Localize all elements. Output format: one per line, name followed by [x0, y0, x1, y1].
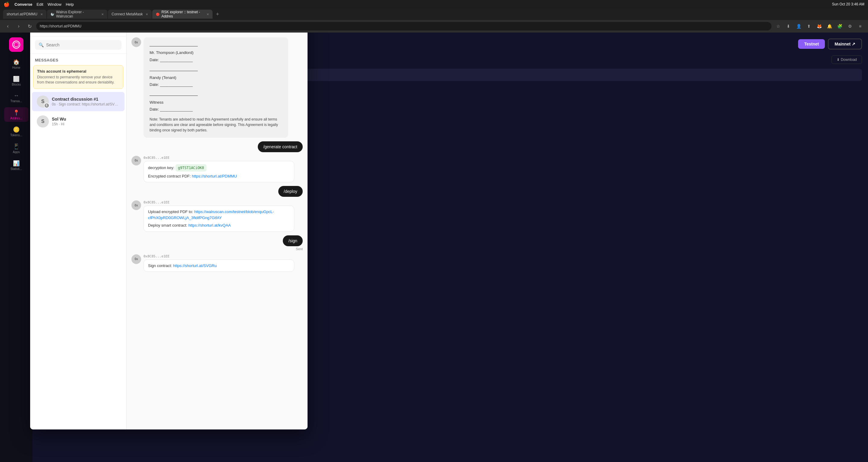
ephemeral-title: This account is ephemeral	[37, 69, 119, 73]
sidebar-blocks-label: Blocks	[12, 83, 21, 86]
back-button[interactable]: ‹	[4, 22, 12, 30]
landlord-name: Mr. Thompson (Landlord)	[150, 49, 282, 56]
sidebar-addresses-label: Addres...	[10, 117, 22, 120]
sign-contract-line: Sign contract: https://shorturl.at/SVGRu	[148, 263, 290, 269]
witness-name: Witness	[150, 99, 282, 106]
tab-walrus[interactable]: 🦭 Walrus Explorer - Walruscan ✕	[47, 10, 107, 19]
extension-icon-2[interactable]: 🧩	[835, 22, 844, 30]
converse-body: J James	[30, 16, 308, 429]
outgoing-sign: /sign Sent	[283, 235, 303, 251]
profile-icon[interactable]: 👤	[795, 22, 803, 30]
reload-button[interactable]: ↻	[25, 22, 34, 30]
contract-document-bubble: Mr. Thompson (Landlord) Date: __________…	[144, 37, 288, 138]
generate-contract-bubble: /generate contract	[258, 141, 303, 152]
menu-edit[interactable]: Edit	[36, 2, 43, 7]
ephemeral-description: Disconnect to permanently remove your de…	[37, 75, 119, 85]
forward-button[interactable]: ›	[14, 22, 23, 30]
apple-menu[interactable]: 🍎	[4, 1, 10, 7]
tab-shorturl[interactable]: shorturl.at/PDMMU ✕	[3, 10, 46, 19]
statistics-icon: 📊	[13, 160, 20, 167]
tenant-name: Randy (Tenant)	[150, 74, 282, 81]
sidebar-item-apps[interactable]: 📱 Apps	[4, 141, 28, 156]
share-icon[interactable]: ⬆	[805, 22, 813, 30]
conv-preview-sol: 15h · Hi	[52, 122, 120, 126]
msg-row-decrypt: 0x 0x8C85...e1EE decryption key: g9TST1A…	[131, 156, 303, 183]
ephemeral-banner: This account is ephemeral Disconnect to …	[33, 65, 123, 89]
sidebar-item-blocks[interactable]: ⬜ Blocks	[4, 73, 28, 88]
tab-close-2[interactable]: ✕	[101, 13, 104, 16]
mainnet-button[interactable]: Mainnet ↗	[828, 39, 862, 50]
walrus-link[interactable]: https://walruscan.com/testnet/blob/enquG…	[148, 209, 274, 220]
conv-name-contract: Contract discussion #1	[52, 97, 120, 102]
deploy-sender-id: 0x8C85...e1EE	[144, 200, 303, 204]
group-overlay-icon: E	[44, 103, 50, 108]
transactions-icon: ↔	[13, 93, 19, 99]
testnet-button[interactable]: Testnet	[798, 39, 825, 49]
home-icon: 🏠	[13, 59, 20, 65]
extension-bell-icon[interactable]: 🔔	[825, 22, 834, 30]
sidebar-item-transactions[interactable]: ↔ Transa...	[4, 90, 28, 105]
kvqaa-link[interactable]: https://shorturl.at/kvQAA	[188, 223, 231, 228]
menubar-right: Sun Oct 20 3:46 AM	[832, 2, 864, 6]
svgru-link[interactable]: https://shorturl.at/SVGRu	[173, 263, 217, 268]
new-tab-button[interactable]: +	[213, 10, 222, 19]
conv-info-sol: Sol Wu 15h · Hi	[52, 117, 120, 126]
address-bar[interactable]: https://shorturl.at/PDMMU	[36, 22, 772, 30]
sidebar-item-home[interactable]: 🏠 Home	[4, 57, 28, 71]
search-input-container: 🔍	[35, 40, 122, 50]
rsk-logo	[9, 37, 24, 52]
witness-date: Date: _______________	[150, 106, 282, 113]
sidebar-item-statistics[interactable]: 📊 Statisti...	[4, 158, 28, 172]
download-button[interactable]: ⬇ Download	[832, 56, 862, 64]
deploy-content: 0x8C85...e1EE Upload encrypted PDF to: h…	[144, 200, 303, 232]
settings-icon[interactable]: ⚙	[846, 22, 854, 30]
decrypt-avatar: 0x	[131, 156, 141, 165]
pdf-link[interactable]: https://shorturl.at/PDMMU	[192, 174, 237, 178]
tab-close-3[interactable]: ✕	[146, 13, 148, 16]
tab-metamask-label: Connect MetaMask	[112, 12, 143, 16]
conversation-item-sol[interactable]: S Sol Wu 15h · Hi	[32, 112, 125, 131]
decryption-key-line: decryption key: g9TST1ACiOK0	[148, 164, 290, 171]
tab-close-1[interactable]: ✕	[40, 13, 43, 16]
sidebar-home-label: Home	[12, 66, 21, 69]
conv-avatar-sol: S	[37, 116, 49, 128]
sidebar-item-addresses[interactable]: 📍 Addres...	[4, 107, 28, 122]
deploy-bubble-msg: Upload encrypted PDF to: https://walrusc…	[144, 205, 294, 232]
tab-close-4[interactable]: ✕	[207, 13, 209, 16]
walrus-favicon: 🦭	[51, 13, 54, 16]
download-icon[interactable]: ⬇	[784, 22, 793, 30]
sign-bubble: /sign	[283, 235, 303, 246]
tabs-row: shorturl.at/PDMMU ✕ 🦭 Walrus Explorer - …	[0, 8, 868, 20]
messages-section: Messages	[30, 54, 126, 65]
deploy-contract-line: Deploy smart contract: https://shorturl.…	[148, 222, 290, 228]
search-icon: 🔍	[39, 42, 44, 47]
tab-rsk[interactable]: 🔴 RSK explorer :: testnet - Addres ✕	[152, 10, 213, 19]
sidebar-toggle-icon[interactable]: ≡	[856, 22, 864, 30]
menubar: 🍎 Converse Edit Window Help Sun Oct 20 3…	[0, 0, 868, 8]
decrypt-bubble: decryption key: g9TST1ACiOK0 Encrypted c…	[144, 161, 294, 183]
messages-area[interactable]: 0x Mr. Thompson (Landlord) Date: _______…	[127, 33, 308, 429]
landlord-date: Date: _______________	[150, 56, 282, 63]
conv-info-contract: Contract discussion #1 0s · Sign contrac…	[52, 97, 120, 106]
extension-fox-icon[interactable]: 🦊	[815, 22, 824, 30]
sidebar-statistics-label: Statisti...	[10, 167, 22, 171]
search-box: 🔍	[30, 36, 126, 54]
menu-help[interactable]: Help	[66, 2, 74, 7]
menu-items: Converse Edit Window Help	[14, 2, 74, 7]
bookmark-icon[interactable]: ☆	[774, 22, 782, 30]
converse-sidebar: J James	[30, 16, 127, 429]
menu-time: Sun Oct 20 3:46 AM	[832, 2, 864, 6]
contract-doc-row: 0x Mr. Thompson (Landlord) Date: _______…	[131, 37, 303, 138]
decrypt-sender-id: 0x8C85...e1EE	[144, 156, 303, 160]
msg-row-deploy: 0x 0x8C85...e1EE Upload encrypted PDF to…	[131, 200, 303, 232]
tab-metamask[interactable]: Connect MetaMask ✕	[108, 10, 152, 19]
menu-window[interactable]: Window	[48, 2, 62, 7]
search-input[interactable]	[46, 42, 118, 47]
outgoing-generate: /generate contract	[258, 141, 303, 152]
browser-chrome: shorturl.at/PDMMU ✕ 🦭 Walrus Explorer - …	[0, 8, 868, 33]
sidebar-tokens-label: Tokens...	[10, 133, 22, 137]
sidebar-item-tokens[interactable]: 🪙 Tokens...	[4, 124, 28, 139]
conversation-item-contract[interactable]: S E Contract discussion #1 0s · Sign con…	[32, 92, 125, 111]
menu-converse[interactable]: Converse	[14, 2, 32, 7]
decrypt-content: 0x8C85...e1EE decryption key: g9TST1ACiO…	[144, 156, 303, 183]
